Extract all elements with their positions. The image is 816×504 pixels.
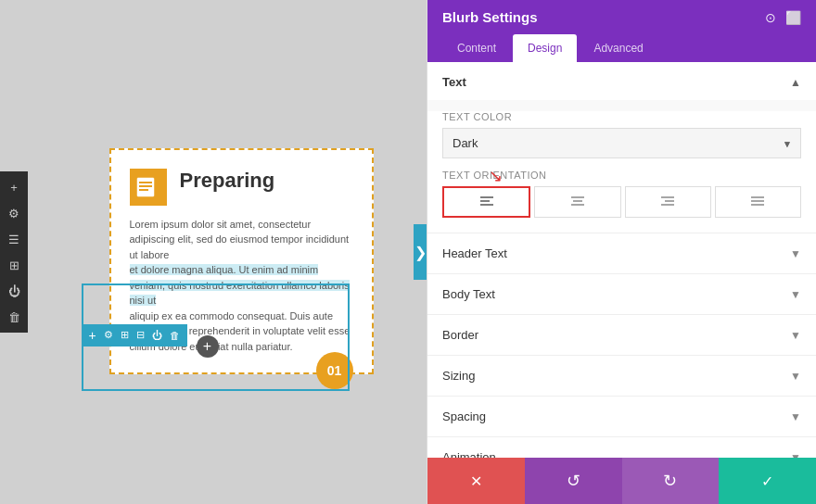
body-text-label: Body Text (442, 287, 495, 301)
border-chevron: ▼ (790, 329, 801, 342)
tool-add[interactable]: + (4, 177, 24, 197)
header-text-chevron: ▼ (790, 247, 801, 260)
module-number: 01 (316, 352, 353, 389)
spacing-chevron: ▼ (790, 410, 801, 423)
text-section-label: Text (442, 75, 466, 89)
tool-grid[interactable]: ⊞ (4, 255, 24, 275)
header-text-label: Header Text (442, 246, 507, 260)
orient-left-btn[interactable] (442, 186, 530, 218)
module-title: Preparing (180, 169, 275, 193)
border-label: Border (442, 328, 478, 342)
tool-layers[interactable]: ☰ (4, 229, 24, 249)
tab-advanced[interactable]: Advanced (579, 34, 657, 62)
text-color-select[interactable]: Dark Light (442, 128, 801, 158)
sizing-chevron: ▼ (790, 370, 801, 383)
module-icon (130, 169, 167, 206)
tool-power[interactable]: ⏻ (4, 281, 24, 301)
text-section-arrow: ▲ (790, 76, 801, 89)
text-color-wrapper: Dark Light ▼ (442, 128, 801, 158)
panel-content: Text ▲ Text Color Dark Light ▼ Text Orie… (427, 62, 816, 458)
reset-button[interactable]: ↺ (525, 458, 622, 504)
border-section[interactable]: Border ▼ (427, 315, 816, 356)
orientation-wrapper: ↘ (442, 186, 801, 218)
header-text-section[interactable]: Header Text ▼ (427, 233, 816, 274)
spacing-label: Spacing (442, 410, 486, 423)
body-text-section[interactable]: Body Text ▼ (427, 274, 816, 315)
animation-chevron: ▼ (790, 451, 801, 459)
side-handle[interactable]: ❯ (414, 224, 427, 280)
row-toolbar: + ⚙ ⊞ ⊟ ⏻ 🗑 (82, 324, 187, 346)
orient-right-btn[interactable] (625, 186, 711, 218)
panel-settings-icon[interactable]: ⊙ (765, 10, 776, 25)
panel-header: Blurb Settings ⊙ ⬜ (427, 0, 816, 34)
sizing-label: Sizing (442, 369, 475, 383)
panel-footer: ✕ ↺ ↻ ✓ (427, 458, 816, 504)
animation-label: Animation (442, 450, 496, 458)
text-section: Text ▲ Text Color Dark Light ▼ Text Orie… (427, 62, 816, 233)
row-tool-delete[interactable]: 🗑 (170, 330, 180, 341)
redo-icon: ↻ (663, 471, 677, 491)
canvas-area: + ⚙ ☰ ⊞ ⏻ 🗑 Preparing (0, 0, 427, 504)
text-section-content: Text Color Dark Light ▼ Text Orientation… (427, 111, 816, 233)
cancel-icon: ✕ (470, 472, 482, 490)
side-handle-icon: ❯ (414, 244, 427, 261)
confirm-icon: ✓ (761, 472, 773, 490)
reset-icon: ↺ (567, 471, 580, 491)
orient-center-btn[interactable] (534, 186, 620, 218)
spacing-section[interactable]: Spacing ▼ (427, 397, 816, 437)
panel-title: Blurb Settings (442, 9, 538, 25)
tool-settings[interactable]: ⚙ (4, 203, 24, 223)
orient-justify-btn[interactable] (715, 186, 801, 218)
tab-content[interactable]: Content (442, 34, 511, 62)
row-tool-gear[interactable]: ⚙ (104, 329, 113, 341)
text-color-label: Text Color (442, 111, 801, 122)
tab-design[interactable]: Design (513, 34, 577, 62)
left-toolbar: + ⚙ ☰ ⊞ ⏻ 🗑 (0, 171, 28, 333)
panel-close-icon[interactable]: ⬜ (785, 10, 801, 25)
sizing-section[interactable]: Sizing ▼ (427, 356, 816, 397)
text-section-header[interactable]: Text ▲ (427, 62, 816, 100)
row-tool-power[interactable]: ⏻ (152, 330, 162, 341)
panel-tabs: Content Design Advanced (427, 34, 816, 62)
highlighted-text: et dolore magna aliqua. Ut enim ad minim… (130, 264, 350, 306)
row-tool-grid[interactable]: ⊟ (136, 329, 145, 341)
right-panel: Blurb Settings ⊙ ⬜ Content Design Advanc… (427, 0, 816, 504)
row-tool-copy[interactable]: ⊞ (121, 329, 129, 341)
body-text-chevron: ▼ (790, 288, 801, 301)
add-element-btn[interactable]: + (197, 335, 219, 358)
row-tool-add[interactable]: + (89, 328, 96, 343)
animation-section[interactable]: Animation ▼ (427, 437, 816, 458)
tool-delete[interactable]: 🗑 (4, 307, 24, 327)
confirm-button[interactable]: ✓ (719, 458, 816, 504)
orientation-buttons (442, 186, 801, 218)
panel-header-icons: ⊙ ⬜ (765, 10, 801, 25)
red-arrow-indicator: ↘ (489, 166, 503, 186)
cancel-button[interactable]: ✕ (427, 458, 525, 504)
redo-button[interactable]: ↻ (622, 458, 720, 504)
